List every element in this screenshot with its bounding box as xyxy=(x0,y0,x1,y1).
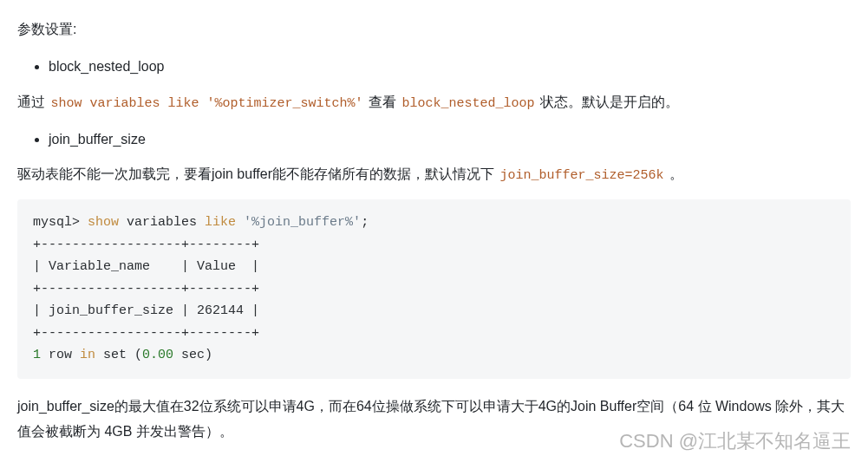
code-line: | Variable_name | Value | xyxy=(33,259,259,274)
code-keyword: show xyxy=(88,215,119,230)
text: 状态。默认是开启的。 xyxy=(536,94,678,109)
bullet-list-1: block_nested_loop xyxy=(49,55,851,80)
code-prompt: mysql> xyxy=(33,215,88,230)
section-heading: 参数设置: xyxy=(17,17,851,42)
inline-code: block_nested_loop xyxy=(400,95,536,112)
code-line: +------------------+--------+ xyxy=(33,326,259,341)
code-text: row xyxy=(41,348,80,362)
code-keyword: in xyxy=(80,348,95,362)
inline-code: show variables like '%optimizer_switch%' xyxy=(49,95,364,112)
code-text: ; xyxy=(361,215,369,230)
code-text xyxy=(236,215,244,230)
code-number: 1 xyxy=(33,348,41,362)
code-line: | join_buffer_size | 262144 | xyxy=(33,303,259,318)
paragraph-3: join_buffer_size的最大值在32位系统可以申请4G，而在64位操做… xyxy=(17,394,851,445)
text: 通过 xyxy=(17,94,49,109)
code-line: +------------------+--------+ xyxy=(33,238,259,252)
text: 。 xyxy=(665,166,682,181)
code-string: '%join_buffer%' xyxy=(244,215,361,230)
paragraph-1: 通过 show variables like '%optimizer_switc… xyxy=(17,90,851,115)
code-text: variables xyxy=(119,215,205,230)
list-item: block_nested_loop xyxy=(49,55,851,80)
paragraph-2: 驱动表能不能一次加载完，要看join buffer能不能存储所有的数据，默认情况… xyxy=(17,162,851,187)
code-keyword: like xyxy=(205,215,236,230)
code-number: 0.00 xyxy=(142,348,173,362)
code-block: mysql> show variables like '%join_buffer… xyxy=(17,199,851,379)
code-text: set ( xyxy=(95,348,142,362)
text: 查看 xyxy=(365,94,401,109)
text: 驱动表能不能一次加载完，要看join buffer能不能存储所有的数据，默认情况… xyxy=(17,166,498,181)
code-line: +------------------+--------+ xyxy=(33,282,259,296)
list-item: join_buffer_size xyxy=(49,127,851,153)
code-text: sec) xyxy=(173,348,212,362)
bullet-list-2: join_buffer_size xyxy=(49,127,851,153)
inline-code: join_buffer_size=256k xyxy=(498,167,665,184)
